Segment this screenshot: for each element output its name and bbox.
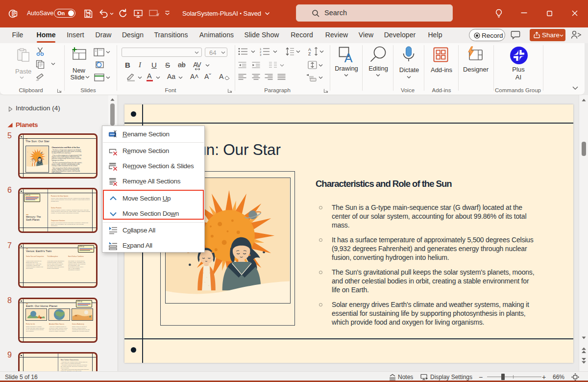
svg-text:Z: Z [308, 51, 311, 56]
svg-text:P: P [13, 11, 16, 16]
svg-text:3: 3 [260, 53, 262, 56]
svg-text:A: A [344, 51, 353, 63]
